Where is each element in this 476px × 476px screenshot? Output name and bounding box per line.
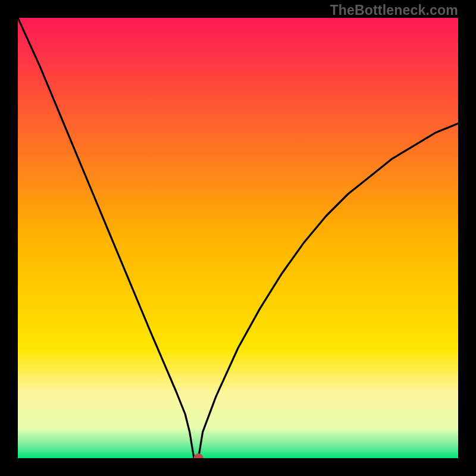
chart-container: TheBottleneck.com [0,0,476,476]
watermark-text: TheBottleneck.com [330,2,458,18]
plot-area [18,18,458,458]
curve-path [18,18,458,458]
curve-layer [18,18,458,458]
lowest-point-marker [193,453,203,458]
